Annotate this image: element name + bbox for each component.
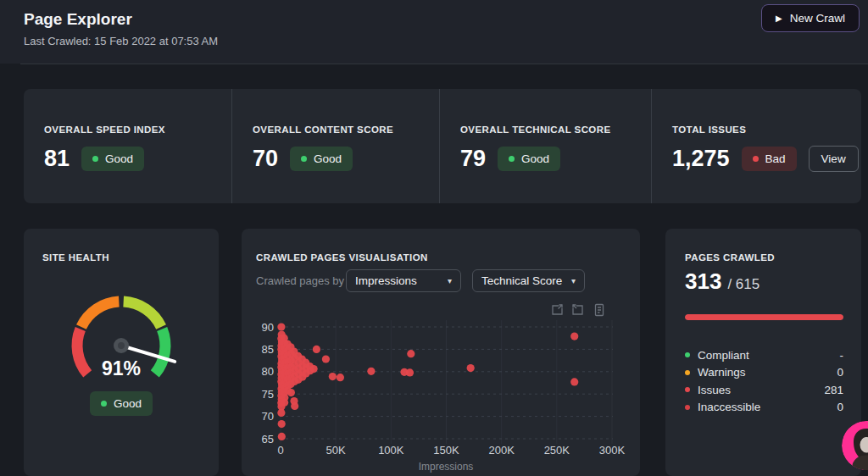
header-divider — [20, 64, 868, 64]
svg-text:80: 80 — [262, 365, 274, 378]
status-dot-icon — [301, 156, 307, 162]
gauge-hub-center — [118, 342, 125, 349]
legend-label: Issues — [698, 384, 824, 396]
site-health-panel: SITE HEALTH 91% Good — [24, 229, 219, 476]
crawl-status-legend: Compliant - Warnings 0 Issues 281 Inacce… — [685, 346, 843, 416]
legend-value: 281 — [824, 384, 843, 396]
status-dot-icon — [753, 156, 759, 162]
site-health-percent: 91% — [24, 357, 219, 380]
visualisation-title: CRAWLED PAGES VISUALISATION — [256, 252, 428, 263]
last-crawled-subtitle: Last Crawled: 15 Feb 2022 at 07:53 AM — [24, 35, 218, 47]
chevron-down-icon: ▾ — [448, 276, 452, 285]
svg-text:100K: 100K — [378, 444, 404, 457]
scatter-plot: 657075808590050K100K150K200K250K300KImpr… — [242, 315, 640, 476]
crawl-progress-fill — [685, 314, 843, 320]
site-health-title: SITE HEALTH — [42, 252, 109, 263]
legend-row-issues: Issues 281 — [685, 381, 843, 399]
stat-value: 81 — [44, 146, 70, 172]
pages-crawled-title: PAGES CRAWLED — [685, 252, 775, 263]
svg-text:Impressions: Impressions — [419, 461, 474, 473]
legend-row-inaccessible: Inaccessible 0 — [685, 399, 843, 417]
crawled-pages-by-label: Crawled pages by — [256, 274, 346, 287]
legend-label: Compliant — [698, 349, 840, 362]
stat-technical-score: OVERALL TECHNICAL SCORE 79 Good — [439, 89, 651, 203]
badge-label: Good — [521, 152, 549, 165]
legend-value: 0 — [837, 366, 843, 379]
stat-value: 79 — [460, 146, 486, 172]
pages-crawled-total: / 615 — [727, 276, 760, 293]
badge-label: Good — [114, 397, 142, 410]
svg-text:250K: 250K — [544, 444, 570, 457]
legend-value: - — [840, 349, 844, 362]
legend-label: Warnings — [698, 366, 837, 379]
stat-total-issues: TOTAL ISSUES 1,275 Bad View — [651, 89, 861, 203]
gauge-segment-orange — [81, 302, 119, 327]
new-crawl-button[interactable]: ▶ New Crawl — [761, 4, 860, 32]
svg-text:300K: 300K — [599, 444, 626, 457]
legend-value: 0 — [837, 401, 843, 413]
metric-dropdown[interactable]: Impressions ▾ — [346, 269, 461, 292]
status-badge: Bad — [742, 147, 797, 171]
svg-text:150K: 150K — [433, 444, 459, 457]
status-badge: Good — [290, 147, 353, 171]
svg-text:90: 90 — [262, 321, 274, 334]
status-dot-icon — [509, 156, 515, 162]
score-dropdown-value: Technical Score — [481, 274, 562, 287]
legend-label: Inaccessible — [698, 401, 837, 413]
stat-speed-index: OVERALL SPEED INDEX 81 Good — [24, 89, 231, 203]
stat-content-score: OVERALL CONTENT SCORE 70 Good — [231, 89, 439, 203]
badge-label: Good — [314, 152, 342, 165]
view-issues-button[interactable]: View — [809, 146, 859, 172]
svg-text:0: 0 — [277, 444, 283, 457]
page-title: Page Explorer — [24, 10, 132, 29]
status-badge: Good — [81, 147, 144, 171]
badge-label: Good — [105, 152, 133, 165]
inaccessible-dot-icon — [685, 405, 690, 410]
pages-crawled-panel: PAGES CRAWLED 313 / 615 Compliant - Warn… — [665, 229, 861, 476]
stat-value: 70 — [253, 146, 278, 172]
stat-label: OVERALL CONTENT SCORE — [253, 125, 439, 135]
stat-label: TOTAL ISSUES — [672, 125, 861, 135]
crawled-pages-visualisation-panel: CRAWLED PAGES VISUALISATION Crawled page… — [242, 229, 640, 476]
svg-text:200K: 200K — [488, 444, 515, 457]
svg-text:65: 65 — [262, 433, 274, 446]
new-crawl-label: New Crawl — [790, 12, 845, 25]
metric-dropdown-value: Impressions — [355, 274, 417, 287]
badge-label: Bad — [765, 152, 786, 165]
status-dot-icon — [92, 156, 98, 162]
crawl-progress-bar — [685, 314, 843, 320]
issues-dot-icon — [685, 387, 690, 392]
overview-stats-panel: OVERALL SPEED INDEX 81 Good OVERALL CONT… — [24, 89, 861, 203]
svg-text:75: 75 — [262, 388, 274, 401]
score-dropdown[interactable]: Technical Score ▾ — [472, 269, 585, 292]
stat-label: OVERALL SPEED INDEX — [44, 125, 231, 135]
stat-value: 1,275 — [672, 146, 730, 172]
legend-row-warnings: Warnings 0 — [685, 364, 843, 382]
warnings-dot-icon — [685, 370, 690, 375]
stat-label: OVERALL TECHNICAL SCORE — [460, 125, 651, 135]
status-dot-icon — [101, 401, 107, 407]
chevron-down-icon: ▾ — [571, 276, 576, 285]
svg-text:70: 70 — [262, 410, 274, 423]
compliant-dot-icon — [685, 352, 690, 357]
legend-row-compliant: Compliant - — [685, 346, 843, 364]
svg-text:50K: 50K — [326, 444, 346, 457]
status-badge: Good — [498, 147, 560, 171]
gauge-segment-yellowgreen — [124, 302, 161, 327]
play-icon: ▶ — [776, 14, 782, 23]
pages-crawled-count: 313 — [685, 268, 721, 295]
svg-text:85: 85 — [262, 343, 274, 356]
site-health-badge: Good — [90, 391, 153, 416]
